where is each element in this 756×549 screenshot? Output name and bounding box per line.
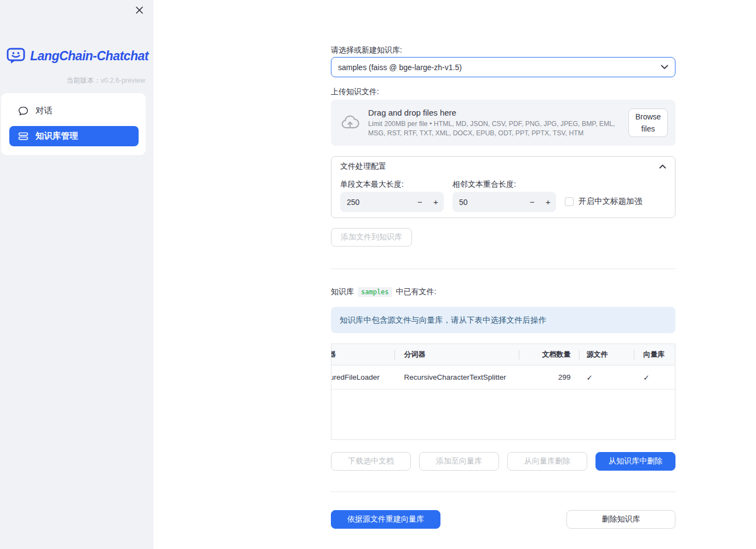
chunk-size-label: 单段文本最大长度: [340, 180, 404, 190]
sidebar-item-label: 知识库管理 [36, 130, 78, 142]
sidebar-menu: 对话 知识库管理 [1, 93, 146, 155]
close-icon [135, 6, 144, 14]
kb-select-dropdown[interactable]: samples (faiss @ bge-large-zh-v1.5) [331, 57, 675, 77]
logo-chat-smiley-icon [6, 47, 26, 65]
kb-select-label: 请选择或新建知识库: [331, 45, 402, 55]
cell-source-file-check: ✓ [579, 365, 634, 389]
col-header-splitter: 分词器 [394, 344, 519, 365]
dropzone-limit-text: Limit 200MB per file • HTML, MD, JSON, C… [368, 119, 628, 137]
minus-stepper-button[interactable]: − [412, 192, 428, 212]
sidebar-item-dialogue[interactable]: 对话 [9, 101, 139, 121]
col-header-doc-count: 文档数量 [519, 344, 579, 365]
col-header-loader-clipped: 器 [331, 344, 394, 365]
table-row[interactable]: uredFileLoader RecursiveCharacterTextSpl… [331, 365, 675, 390]
dropzone-title: Drag and drop files here [368, 108, 628, 117]
expander-header[interactable]: 文件处理配置 [331, 157, 675, 176]
cell-vector-store-check: ✓ [634, 365, 675, 389]
info-banner-text: 知识库中包含源文件与向量库，请从下表中选择文件后操作 [340, 315, 546, 325]
delete-from-vector-store-button[interactable]: 从向量库删除 [507, 452, 587, 471]
table-header-row: 器 分词器 文档数量 源文件 向量库 [331, 344, 675, 365]
chat-bubble-icon [18, 106, 28, 116]
file-dropzone[interactable]: Drag and drop files here Limit 200MB per… [331, 100, 675, 146]
plus-stepper-button[interactable]: + [540, 192, 556, 212]
uploader-label: 上传知识文件: [331, 87, 379, 97]
version-info: 当前版本：v0.2.6-preview [66, 76, 145, 85]
sidebar: LangChain-Chatchat 当前版本：v0.2.6-preview 对… [0, 0, 153, 549]
kb-footer-actions: 依据源文件重建向量库 删除知识库 [331, 510, 675, 529]
logo-text: LangChain-Chatchat [30, 49, 148, 64]
main-content: 请选择或新建知识库: samples (faiss @ bge-large-zh… [331, 0, 675, 549]
kb-files-suffix: 中已有文件: [396, 287, 437, 297]
version-label: 当前版本： [66, 77, 101, 84]
minus-stepper-button[interactable]: − [524, 192, 540, 212]
kb-select-value: samples (faiss @ bge-large-zh-v1.5) [338, 63, 661, 72]
browse-files-button[interactable]: Browse files [628, 108, 668, 137]
col-header-vector-store: 向量库 [634, 344, 675, 365]
add-files-to-kb-button[interactable]: 添加文件到知识库 [331, 228, 412, 247]
dropzone-instructions: Drag and drop files here Limit 200MB per… [368, 108, 628, 137]
version-value: v0.2.6-preview [101, 77, 145, 84]
sidebar-close-button[interactable] [133, 4, 145, 16]
zh-title-enhance-option: 开启中文标题加强 [565, 196, 642, 207]
plus-stepper-button[interactable]: + [428, 192, 444, 212]
cell-loader-clipped: uredFileLoader [331, 365, 394, 389]
download-selected-button[interactable]: 下载选中文档 [331, 452, 411, 471]
zh-title-enhance-label[interactable]: 开启中文标题加强 [579, 196, 642, 207]
chunk-overlap-value[interactable]: 50 [453, 198, 524, 207]
file-actions-row: 下载选中文档 添加至向量库 从向量库删除 从知识库中删除 [331, 452, 675, 471]
chunk-overlap-label: 相邻文本重合长度: [453, 180, 516, 190]
col-header-source-file: 源文件 [579, 344, 634, 365]
delete-from-kb-button[interactable]: 从知识库中删除 [595, 452, 675, 471]
kb-name-code-chip: samples [358, 287, 392, 297]
divider [331, 491, 675, 492]
stacked-cards-icon [18, 131, 28, 141]
rebuild-vector-store-button[interactable]: 依据源文件重建向量库 [331, 510, 440, 529]
sidebar-item-knowledge-base[interactable]: 知识库管理 [9, 126, 139, 146]
cloud-upload-icon [340, 112, 360, 133]
file-config-expander: 文件处理配置 单段文本最大长度: 相邻文本重合长度: 250 − + 50 − … [331, 156, 675, 218]
sidebar-item-label: 对话 [36, 105, 53, 117]
info-banner: 知识库中包含源文件与向量库，请从下表中选择文件后操作 [331, 307, 675, 333]
chevron-down-icon [661, 65, 668, 70]
app-logo: LangChain-Chatchat [6, 47, 148, 65]
kb-files-table: 器 分词器 文档数量 源文件 向量库 uredFileLoader Recurs… [331, 344, 675, 440]
divider [331, 268, 675, 269]
app-root: LangChain-Chatchat 当前版本：v0.2.6-preview 对… [0, 0, 756, 549]
kb-files-prefix: 知识库 [331, 287, 354, 297]
expander-title: 文件处理配置 [340, 162, 386, 171]
add-to-vector-store-button[interactable]: 添加至向量库 [419, 452, 499, 471]
chunk-size-value[interactable]: 250 [340, 198, 412, 207]
chunk-overlap-input[interactable]: 50 − + [453, 192, 556, 212]
kb-files-heading: 知识库 samples 中已有文件: [331, 287, 436, 297]
delete-kb-button[interactable]: 删除知识库 [566, 510, 675, 529]
cell-doc-count: 299 [519, 365, 579, 389]
cell-splitter: RecursiveCharacterTextSplitter [394, 365, 519, 389]
chevron-up-icon [659, 164, 666, 169]
chunk-size-input[interactable]: 250 − + [340, 192, 444, 212]
zh-title-enhance-checkbox[interactable] [565, 197, 574, 206]
